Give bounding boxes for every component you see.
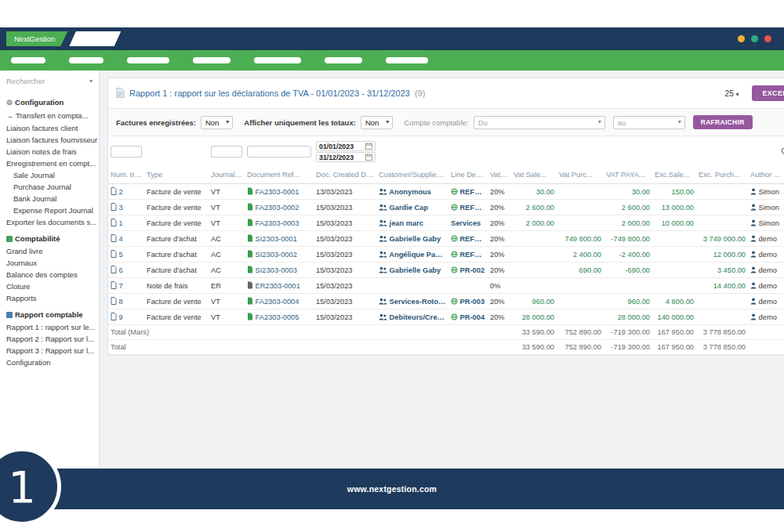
document-ref-cell[interactable]: SI2303-0001 xyxy=(245,231,314,247)
registered-select[interactable]: Non xyxy=(201,116,233,129)
sidebar-item[interactable]: Cloture xyxy=(0,280,99,292)
nav-item-redacted[interactable] xyxy=(11,57,45,63)
sidebar-item[interactable]: Grand livre xyxy=(0,245,99,257)
document-ref-cell[interactable]: FA2303-0004 xyxy=(245,294,314,309)
customer-cell[interactable]: Angélique Paulette xyxy=(376,247,448,262)
brand-logo[interactable]: NextGestion xyxy=(6,31,67,46)
nav-item-redacted[interactable] xyxy=(386,57,428,63)
page-size-select[interactable]: 25 ▾ xyxy=(725,89,739,98)
table-row[interactable]: 9Facture de venteVT FA2303-000515/03/202… xyxy=(108,309,784,325)
nav-item-redacted[interactable] xyxy=(69,57,103,63)
sidebar-item[interactable]: Rapport 3 : Rapport sur l... xyxy=(0,345,99,356)
table-row[interactable]: 8Facture de venteVT FA2303-000415/03/202… xyxy=(108,294,784,309)
num-cell[interactable]: 7 xyxy=(108,278,144,294)
nav-item-redacted[interactable] xyxy=(127,57,169,63)
document-ref-cell[interactable]: SI2303-0003 xyxy=(245,262,314,278)
customer-cell[interactable]: Gabrielle Gaby xyxy=(376,231,448,247)
sidebar-item[interactable]: Bank Journal xyxy=(0,193,99,204)
search-icon[interactable] xyxy=(781,150,784,157)
sidebar-item[interactable]: Rapports xyxy=(0,292,99,304)
sidebar-item[interactable]: Rapport 1 : rapport sur le... xyxy=(0,321,99,333)
column-header[interactable]: Doc. Created Date ▼ xyxy=(314,167,376,184)
window-dot-green-icon[interactable] xyxy=(751,35,758,42)
document-ref-cell[interactable]: SI2303-0002 xyxy=(245,247,314,262)
table-row[interactable]: 6Facture d'achatAC SI2303-000315/03/2023… xyxy=(108,262,784,278)
line-desc-cell[interactable]: PR-002 xyxy=(448,262,488,278)
table-row[interactable]: 5Facture d'achatAC SI2303-000215/03/2023… xyxy=(108,247,784,262)
sidebar-item[interactable]: Expense Report Journal xyxy=(0,204,99,216)
table-row[interactable]: 7Note de fraisER ER2303-000115/03/20230%… xyxy=(108,278,784,294)
table-row[interactable]: 3Facture de venteVT FA2303-000215/03/202… xyxy=(108,200,784,215)
document-ref-cell[interactable]: FA2303-0005 xyxy=(245,309,314,325)
nav-item-redacted[interactable] xyxy=(193,57,230,63)
column-header[interactable]: Exc. Purch... xyxy=(696,167,748,184)
filter-journal-input[interactable] xyxy=(211,146,242,157)
num-cell[interactable]: 8 xyxy=(108,294,144,309)
sidebar-item[interactable]: Exporter les documents s... xyxy=(0,216,99,228)
sidebar-item[interactable]: Rapport 2 : Rapport sur l... xyxy=(0,333,99,345)
date-to-box[interactable]: 31/12/2023 xyxy=(316,152,376,162)
sidebar-item[interactable]: Enregistrement en compt... xyxy=(0,157,99,169)
column-header[interactable]: Vat Sale... xyxy=(511,167,557,184)
document-ref-cell[interactable]: FA2303-0002 xyxy=(245,200,314,215)
refresh-button[interactable]: RAFRAICHIR xyxy=(693,115,753,129)
line-desc-cell[interactable]: REF001 xyxy=(448,231,488,247)
sidebar-search[interactable]: Rechercher ▾ xyxy=(0,73,99,92)
num-cell[interactable]: 3 xyxy=(108,200,144,215)
sidebar-item[interactable]: Liaison factures client xyxy=(0,122,99,134)
sidebar-item[interactable]: Purchase Journal xyxy=(0,181,99,193)
filter-ref-input[interactable] xyxy=(247,146,311,157)
customer-cell[interactable]: Services-Roto-Plus xyxy=(376,294,448,309)
column-header[interactable]: Exc.Sale... xyxy=(652,167,696,184)
document-ref-cell[interactable]: ER2303-0001 xyxy=(245,278,314,294)
line-desc-cell[interactable]: PR-004 xyxy=(448,309,488,325)
table-row[interactable]: 4Facture d'achatAC SI2303-000115/03/2023… xyxy=(108,231,784,247)
sidebar-item[interactable]: Sale Journal xyxy=(0,169,99,181)
num-cell[interactable]: 5 xyxy=(108,247,144,262)
column-header[interactable]: Type xyxy=(144,167,209,184)
sidebar-item[interactable]: Balance des comptes xyxy=(0,269,99,280)
nav-item-redacted[interactable] xyxy=(254,57,301,63)
customer-cell[interactable]: Anonymous xyxy=(376,184,448,200)
filter-num-input[interactable] xyxy=(111,146,142,157)
num-cell[interactable]: 9 xyxy=(108,309,144,325)
line-desc-cell[interactable]: PR-003 xyxy=(448,294,488,309)
column-header[interactable]: Vat Purc... xyxy=(557,167,604,184)
num-cell[interactable]: 2 xyxy=(108,184,144,200)
line-desc-cell[interactable]: REF001 xyxy=(448,184,488,200)
line-desc-cell[interactable]: Services xyxy=(448,215,488,231)
num-cell[interactable]: 1 xyxy=(108,215,144,231)
account-from-input[interactable] xyxy=(474,116,605,129)
date-from-box[interactable]: 01/01/2023 xyxy=(316,141,376,151)
totals-only-select[interactable]: Non xyxy=(361,116,393,129)
customer-cell[interactable] xyxy=(376,278,448,294)
column-header[interactable]: Num. tran... xyxy=(108,167,144,184)
nav-item-redacted[interactable] xyxy=(325,57,362,63)
customer-cell[interactable]: Debiteurs/Crediteurs xyxy=(376,309,448,325)
sidebar-item[interactable]: Liaison factures fournisseur xyxy=(0,134,99,146)
column-header[interactable]: VAT PAYA... xyxy=(604,167,652,184)
customer-cell[interactable]: Gardie Cap xyxy=(376,200,448,215)
customer-cell[interactable]: Gabrielle Gaby xyxy=(376,262,448,278)
line-desc-cell[interactable]: REF001 xyxy=(448,247,488,262)
sidebar-item[interactable]: Liaison notes de frais xyxy=(0,146,99,157)
column-header[interactable]: Line Des... xyxy=(448,167,488,184)
column-header[interactable]: Author ... xyxy=(748,167,784,184)
sidebar-item[interactable]: Configuration xyxy=(0,356,99,368)
num-cell[interactable]: 4 xyxy=(108,231,144,247)
column-header[interactable]: Document Ref... xyxy=(245,167,314,184)
sidebar-item[interactable]: Journaux xyxy=(0,257,99,269)
excel-button[interactable]: EXCEL xyxy=(752,85,784,101)
window-dot-yellow-icon[interactable] xyxy=(738,35,745,42)
table-row[interactable]: 1Facture de venteVT FA2303-000315/03/202… xyxy=(108,215,784,231)
sidebar-item[interactable]: →Transfert en compta... xyxy=(0,110,99,122)
column-header[interactable]: Customer/Supplier n... xyxy=(376,167,448,184)
table-row[interactable]: 2Facture de venteVT FA2303-000113/03/202… xyxy=(108,184,784,200)
customer-cell[interactable]: jean marc xyxy=(376,215,448,231)
num-cell[interactable]: 6 xyxy=(108,262,144,278)
window-dot-red-icon[interactable] xyxy=(764,35,771,42)
account-to-input[interactable] xyxy=(613,116,685,129)
line-desc-cell[interactable]: REF001 xyxy=(448,200,488,215)
line-desc-cell[interactable] xyxy=(448,278,488,294)
document-ref-cell[interactable]: FA2303-0001 xyxy=(245,184,314,200)
